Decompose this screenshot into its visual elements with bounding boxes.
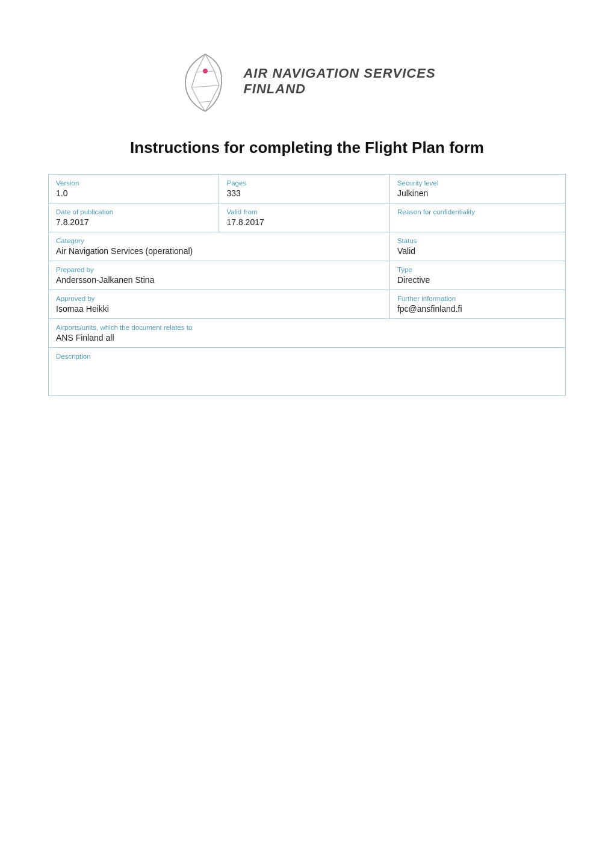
pages-cell: Pages 333 (219, 175, 389, 203)
page-title: Instructions for completing the Flight P… (48, 138, 566, 157)
type-label: Type (397, 266, 558, 273)
svg-line-3 (214, 71, 219, 85)
reason-confidentiality-label: Reason for confidentiality (397, 208, 558, 215)
logo-area: AIR NAVIGATION SERVICES FINLAND (48, 48, 566, 114)
reason-confidentiality-cell: Reason for confidentiality (389, 203, 565, 232)
svg-line-5 (211, 85, 219, 101)
logo-text: AIR NAVIGATION SERVICES FINLAND (243, 66, 435, 97)
date-publication-label: Date of publication (56, 208, 211, 215)
status-label: Status (397, 237, 558, 244)
table-row: Approved by Isomaa Heikki Further inform… (49, 290, 566, 319)
table-row: Category Air Navigation Services (operat… (49, 232, 566, 261)
description-label: Description (56, 353, 558, 360)
description-cell: Description (49, 348, 566, 396)
logo-line1: AIR NAVIGATION SERVICES (243, 66, 435, 81)
security-level-label: Security level (397, 179, 558, 187)
category-cell: Category Air Navigation Services (operat… (49, 232, 390, 261)
status-cell: Status Valid (389, 232, 565, 261)
table-row: Airports/units, which the document relat… (49, 319, 566, 348)
category-value: Air Navigation Services (operational) (56, 246, 193, 256)
svg-line-10 (199, 101, 211, 102)
table-row: Description (49, 348, 566, 396)
table-row: Version 1.0 Pages 333 Security level Jul… (49, 175, 566, 203)
logo-line2: FINLAND (243, 81, 435, 97)
version-value: 1.0 (56, 188, 67, 198)
further-information-label: Further information (397, 295, 558, 302)
approved-by-value: Isomaa Heikki (56, 304, 109, 314)
info-table: Version 1.0 Pages 333 Security level Jul… (48, 174, 566, 396)
pages-label: Pages (226, 179, 382, 187)
valid-from-value: 17.8.2017 (226, 217, 264, 227)
prepared-by-value: Andersson-Jalkanen Stina (56, 275, 154, 285)
prepared-by-cell: Prepared by Andersson-Jalkanen Stina (49, 261, 390, 290)
airports-units-label: Airports/units, which the document relat… (56, 324, 558, 331)
type-value: Directive (397, 275, 430, 285)
svg-line-4 (191, 87, 199, 102)
valid-from-label: Valid from (226, 208, 382, 215)
logo-icon (178, 48, 232, 114)
type-cell: Type Directive (389, 261, 565, 290)
category-label: Category (56, 237, 382, 244)
prepared-by-label: Prepared by (56, 266, 382, 273)
svg-point-11 (203, 69, 208, 73)
svg-line-2 (191, 72, 196, 87)
table-row: Prepared by Andersson-Jalkanen Stina Typ… (49, 261, 566, 290)
approved-by-cell: Approved by Isomaa Heikki (49, 290, 390, 319)
pages-value: 333 (226, 188, 240, 198)
security-level-cell: Security level Julkinen (389, 175, 565, 203)
further-information-cell: Further information fpc@ansfinland.fi (389, 290, 565, 319)
date-publication-cell: Date of publication 7.8.2017 (49, 203, 219, 232)
airports-units-cell: Airports/units, which the document relat… (49, 319, 566, 348)
valid-from-cell: Valid from 17.8.2017 (219, 203, 389, 232)
status-value: Valid (397, 246, 415, 256)
version-label: Version (56, 179, 211, 187)
security-level-value: Julkinen (397, 188, 428, 198)
table-row: Date of publication 7.8.2017 Valid from … (49, 203, 566, 232)
svg-line-7 (205, 101, 211, 111)
airports-units-value: ANS Finland all (56, 333, 114, 343)
svg-line-9 (191, 85, 219, 87)
version-cell: Version 1.0 (49, 175, 219, 203)
further-information-value: fpc@ansfinland.fi (397, 304, 462, 314)
approved-by-label: Approved by (56, 295, 382, 302)
date-publication-value: 7.8.2017 (56, 217, 89, 227)
